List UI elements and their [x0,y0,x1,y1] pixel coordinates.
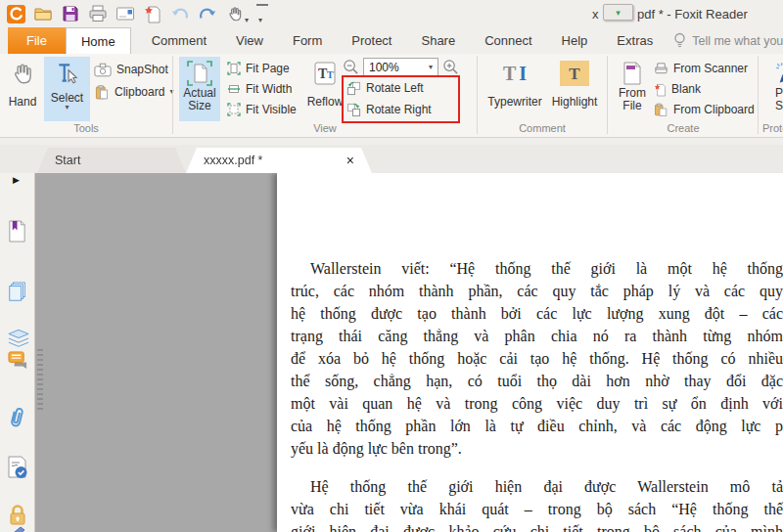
group-divider [172,56,173,134]
comments-icon[interactable] [7,350,28,371]
foxit-logo-icon[interactable] [6,4,25,23]
from-clipboard-label: From Clipboard [673,103,755,116]
select-text-icon [55,61,80,86]
typewriter-button[interactable]: T I Typewriter [484,57,546,121]
tab-form[interactable]: Form [278,27,337,54]
fit-width-button[interactable]: Fit Width [227,79,292,99]
panel-splitter-handle[interactable] [37,349,43,410]
highlight-button[interactable]: T Highlight [549,57,600,121]
expand-panel-icon[interactable]: ▶ [13,175,20,185]
tab-view[interactable]: View [221,27,278,54]
tab-open-document[interactable]: xxxxx.pdf * × [186,148,372,173]
tab-connect[interactable]: Connect [470,27,546,54]
zoom-level-combobox[interactable]: 100% ▾ [363,58,438,76]
tab-extras[interactable]: Extras [602,27,668,54]
window-title-right: pdf * - Foxit Reader [637,7,748,22]
group-label-tools: Tools [0,122,172,134]
print-icon[interactable] [88,4,108,23]
clipboard-label: Clipboard [115,85,164,99]
actual-size-label: Actual Size [179,87,220,112]
ribbon-bottom-strip [0,138,783,145]
fit-visible-button[interactable]: Fit Visible [227,100,297,119]
text-line: giới hiện đại được khảo cứu chi tiết tro… [291,523,783,532]
digital-signatures-icon[interactable] [7,455,28,480]
green-caret-icon: ▾ [616,8,621,18]
scanner-icon [654,62,668,75]
pdf-sign-label: PDF Sign [764,87,783,112]
document-area: ▶ Wallerstein viết: “Hệ thống thế giới l… [0,173,783,532]
hand-label: Hand [9,96,37,109]
customize-toolbar-caret-icon[interactable]: ▾ [258,9,262,26]
page-thumbnails-icon[interactable] [7,281,28,304]
layers-icon[interactable] [7,328,28,349]
text-line: của hệ thống phần lớn là tự điều chỉnh, … [291,418,783,440]
close-tab-icon[interactable]: × [346,154,354,167]
pdf-page: Wallerstein viết: “Hệ thống thế giới là … [277,173,783,532]
snapshot-button[interactable]: SnapShot [94,60,168,79]
from-file-button[interactable]: From File [613,57,652,121]
actual-size-button[interactable]: Actual Size [179,57,220,121]
clipboard-button[interactable]: Clipboard ▾ [94,82,173,102]
new-document-icon[interactable] [143,4,162,23]
from-clipboard-button[interactable]: From Clipboard [654,100,755,119]
bookmarks-icon[interactable] [7,219,28,244]
rotate-left-button[interactable]: Rotate Left [346,78,424,98]
hand-tool-icon[interactable] [225,4,245,23]
zoom-out-button[interactable] [343,59,359,75]
security-icon[interactable] [7,504,28,527]
highlight-icon: T [560,61,589,86]
tab-comment[interactable]: Comment [137,27,221,54]
blank-button[interactable]: Blank [654,79,701,99]
fit-width-icon [227,82,241,96]
lightbulb-icon [673,32,686,49]
text-line: vừa chi tiết vừa khái quát – trong bộ sá… [291,501,783,523]
reflow-button[interactable]: TT Reflow [305,57,345,121]
undo-icon[interactable] [170,4,190,23]
text-line: để xóa bỏ hệ thống hoặc cải tạo hệ thống… [291,350,783,373]
redo-icon[interactable] [198,4,217,23]
window-title-left: x [592,7,599,22]
pdf-sign-button[interactable]: PDF Sign [764,57,783,121]
save-icon[interactable] [61,4,80,23]
select-button[interactable]: Select ▾ [44,57,90,121]
title-bar: ▾ ▾ x ▾ pdf * - Foxit Reader [0,0,783,27]
email-icon[interactable] [115,4,135,23]
tab-help[interactable]: Help [547,27,603,54]
tab-share[interactable]: Share [406,27,470,54]
tell-me-label: Tell me what you want to do... [692,34,783,48]
rotate-right-label: Rotate Right [366,103,432,116]
zoom-in-button[interactable] [442,59,459,75]
fit-page-button[interactable]: Fit Page [227,59,290,78]
title-overlay-dropdown[interactable]: ▾ [603,4,633,21]
open-file-icon[interactable] [33,4,53,23]
document-tab-bar: Start xxxxx.pdf * × [0,145,783,173]
fit-visible-icon [227,103,241,116]
rotate-right-button[interactable]: Rotate Right [346,100,432,119]
ribbon-tab-bar: File Home Comment View Form Protect Shar… [0,27,783,54]
tab-start-page[interactable]: Start [37,148,186,173]
clipboard-paste-icon [654,103,668,117]
from-scanner-label: From Scanner [673,62,748,75]
group-divider [758,56,759,134]
rotate-left-icon [346,81,361,96]
text-line: trúc, các nhóm thành phần, các quy tắc p… [291,283,783,305]
reflow-icon: TT [312,61,338,86]
text-line: thể sống, chẳng hạn, có tuổi thọ dài hơn… [291,373,783,395]
tab-protect[interactable]: Protect [337,27,406,54]
from-scanner-button[interactable]: From Scanner [654,59,748,78]
annotations-icon[interactable] [7,526,28,532]
tab-home[interactable]: Home [66,27,131,54]
from-file-icon [621,61,644,86]
text-line: Hệ thống thế giới hiện đại được Wallerst… [291,478,783,501]
hand-button[interactable]: Hand [3,57,42,121]
clipboard-icon [94,84,110,101]
hand-icon [10,61,35,86]
tell-me-search[interactable]: Tell me what you want to do... [673,27,783,54]
tab-file[interactable]: File [8,27,66,54]
hand-tool-dropdown-icon[interactable]: ▾ [245,9,249,26]
zoom-dropdown-icon: ▾ [429,65,433,70]
group-label-create: Create [609,122,758,134]
attachments-icon[interactable] [7,406,28,431]
customize-toolbar-icon[interactable] [256,4,268,6]
document-tab-label: xxxxx.pdf * [204,154,262,167]
